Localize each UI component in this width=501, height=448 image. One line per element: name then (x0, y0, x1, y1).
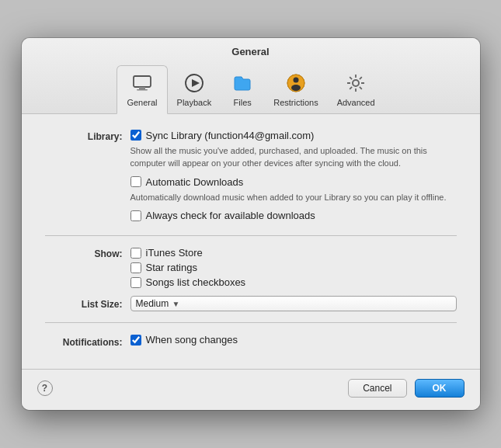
always-check-checkbox[interactable] (130, 210, 141, 221)
svg-point-7 (291, 85, 301, 91)
svg-point-6 (293, 77, 298, 82)
show-content: iTunes Store Star ratings Songs list che… (130, 247, 457, 291)
tab-files-label: Files (234, 98, 252, 107)
content-area: Library: Sync Library (function44@gmail.… (22, 114, 480, 370)
always-check-row: Always check for available downloads (130, 210, 457, 221)
auto-downloads-row: Automatic Downloads (130, 176, 457, 188)
itunes-store-checkbox[interactable] (130, 248, 141, 259)
show-label: Show: (45, 247, 130, 259)
titlebar: General General (22, 38, 480, 114)
divider-1 (45, 235, 457, 236)
tab-advanced-label: Advanced (337, 98, 375, 107)
songs-list-checkbox[interactable] (130, 277, 141, 288)
sync-library-row: Sync Library (function44@gmail.com) (130, 130, 457, 141)
svg-rect-1 (139, 87, 145, 89)
tab-general-label: General (127, 98, 157, 107)
list-size-select-wrapper[interactable]: Small Medium Large ▼ (130, 296, 457, 311)
divider-2 (45, 322, 457, 323)
tab-playback[interactable]: Playback (168, 66, 221, 113)
star-ratings-label: Star ratings (146, 262, 197, 273)
tab-bar: General Playback File (101, 65, 399, 113)
footer: ? Cancel OK (22, 369, 480, 410)
sync-library-label: Sync Library (function44@gmail.com) (146, 130, 315, 141)
when-song-checkbox[interactable] (130, 335, 141, 346)
sync-library-checkbox[interactable] (130, 130, 141, 141)
restrictions-icon (284, 71, 308, 96)
svg-marker-4 (192, 79, 200, 87)
always-check-label: Always check for available downloads (146, 210, 315, 221)
tab-restrictions[interactable]: Restrictions (264, 66, 327, 113)
auto-downloads-checkbox[interactable] (130, 176, 141, 187)
notifications-content: When song changes (130, 334, 457, 349)
library-row: Library: Sync Library (function44@gmail.… (45, 130, 457, 225)
auto-downloads-description: Automatically download music when added … (130, 191, 457, 204)
itunes-store-row: iTunes Store (130, 247, 457, 259)
svg-line-17 (350, 87, 352, 89)
songs-list-label: Songs list checkboxes (146, 276, 246, 288)
when-song-row: When song changes (130, 334, 457, 346)
when-song-label: When song changes (146, 334, 238, 346)
notifications-label: Notifications: (45, 335, 130, 348)
list-size-select[interactable]: Small Medium Large (136, 298, 182, 309)
tab-general[interactable]: General (117, 65, 167, 114)
tab-playback-label: Playback (177, 98, 212, 107)
library-label: Library: (45, 130, 130, 142)
show-row: Show: iTunes Store Star ratings Songs li… (45, 247, 457, 291)
help-button[interactable]: ? (37, 380, 53, 396)
auto-downloads-label: Automatic Downloads (146, 176, 244, 188)
notifications-row: Notifications: When song changes (45, 334, 457, 349)
svg-point-9 (353, 80, 359, 86)
svg-line-15 (360, 87, 362, 89)
itunes-store-label: iTunes Store (146, 247, 203, 259)
general-icon (130, 71, 155, 96)
svg-rect-0 (134, 76, 151, 87)
files-icon (230, 71, 255, 96)
list-size-row: List Size: Small Medium Large ▼ (45, 296, 457, 311)
songs-list-row: Songs list checkboxes (130, 276, 457, 288)
star-ratings-row: Star ratings (130, 262, 457, 273)
advanced-icon (343, 71, 368, 96)
tab-advanced[interactable]: Advanced (328, 66, 384, 113)
tab-restrictions-label: Restrictions (273, 98, 318, 107)
library-content: Sync Library (function44@gmail.com) Show… (130, 130, 457, 225)
ok-button[interactable]: OK (415, 379, 464, 398)
list-size-content: Small Medium Large ▼ (130, 296, 457, 311)
cancel-button[interactable]: Cancel (348, 379, 406, 398)
playback-icon (182, 71, 207, 96)
window-title: General (231, 46, 269, 57)
tab-files[interactable]: Files (221, 66, 264, 113)
star-ratings-checkbox[interactable] (130, 262, 141, 273)
svg-rect-2 (137, 89, 148, 91)
svg-line-16 (360, 77, 362, 79)
list-size-label: List Size: (45, 297, 130, 310)
svg-line-14 (350, 77, 352, 79)
sync-description: Show all the music you've added, purchas… (130, 144, 457, 170)
main-window: General General (22, 38, 480, 411)
footer-buttons: Cancel OK (348, 379, 464, 398)
